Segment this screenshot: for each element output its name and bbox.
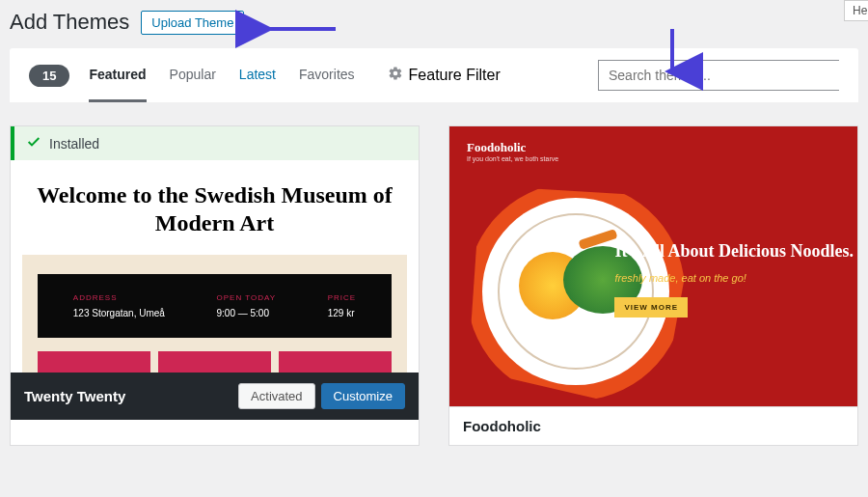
brand-name: Foodoholic bbox=[467, 140, 840, 155]
theme-preview: Welcome to the Swedish Museum of Modern … bbox=[11, 160, 419, 373]
theme-count: 15 bbox=[29, 65, 69, 87]
annotation-arrow bbox=[260, 17, 338, 44]
check-icon bbox=[26, 134, 41, 152]
brand-tagline: If you don't eat, we both starve bbox=[467, 155, 840, 162]
filter-bar: 15 Featured Popular Latest Favorites Fea… bbox=[10, 48, 858, 102]
view-more-button: VIEW MORE bbox=[614, 297, 688, 318]
theme-preview: Foodoholic If you don't eat, we both sta… bbox=[449, 126, 857, 406]
installed-badge: Installed bbox=[11, 126, 419, 160]
preview-headline: Welcome to the Swedish Museum of Modern … bbox=[22, 176, 407, 255]
theme-name: Foodoholic bbox=[463, 418, 844, 434]
feature-filter-button[interactable]: Feature Filter bbox=[388, 66, 501, 85]
tab-latest[interactable]: Latest bbox=[239, 49, 276, 102]
gear-icon bbox=[388, 66, 403, 85]
help-button[interactable]: He bbox=[844, 0, 868, 21]
info-label: PRICE bbox=[328, 293, 356, 302]
info-label: OPEN TODAY bbox=[217, 293, 277, 302]
theme-card-foodoholic[interactable]: Foodoholic If you don't eat, we both sta… bbox=[448, 125, 858, 446]
hero-title: It's All About Delicious Noodles. bbox=[614, 240, 854, 262]
page-title: Add Themes bbox=[10, 10, 129, 35]
info-value: 123 Storgatan, Umeå bbox=[73, 308, 165, 318]
customize-button[interactable]: Customize bbox=[321, 383, 405, 409]
theme-card-twenty-twenty[interactable]: Installed Welcome to the Swedish Museum … bbox=[10, 125, 420, 446]
tab-popular[interactable]: Popular bbox=[170, 49, 216, 102]
upload-theme-button[interactable]: Upload Theme bbox=[141, 11, 244, 35]
tab-featured[interactable]: Featured bbox=[89, 49, 146, 102]
info-value: 9:00 — 5:00 bbox=[217, 308, 277, 318]
tab-favorites[interactable]: Favorites bbox=[299, 49, 355, 102]
info-label: ADDRESS bbox=[73, 293, 165, 302]
activated-button[interactable]: Activated bbox=[238, 383, 314, 409]
info-value: 129 kr bbox=[328, 308, 356, 318]
annotation-arrow bbox=[661, 27, 684, 81]
hero-subtitle: freshly made, eat on the go! bbox=[614, 272, 854, 284]
theme-name: Twenty Twenty bbox=[24, 388, 238, 404]
search-input[interactable] bbox=[598, 60, 839, 91]
installed-label: Installed bbox=[49, 136, 99, 152]
feature-filter-label: Feature Filter bbox=[409, 67, 501, 84]
